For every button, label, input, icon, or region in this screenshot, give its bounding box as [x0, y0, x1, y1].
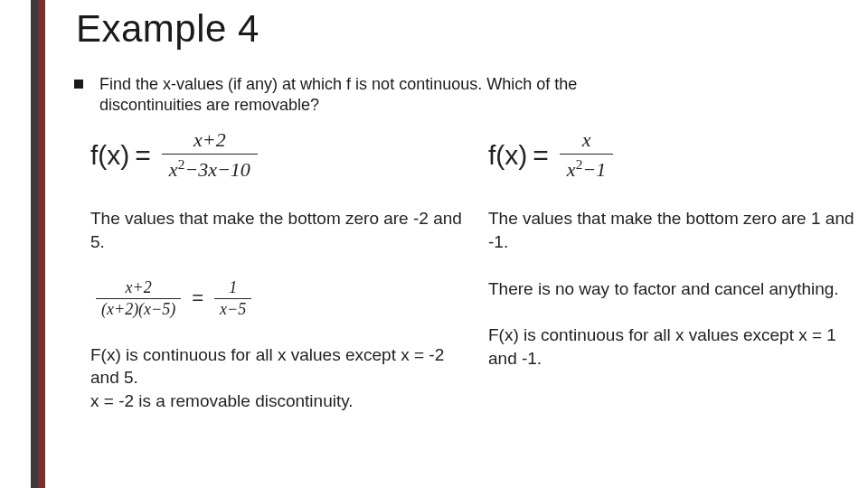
left-frac3-num: 1: [214, 277, 251, 299]
equals-sign: =: [192, 286, 203, 310]
left-concl-line1: F(x) is continuous for all x values exce…: [90, 343, 470, 389]
equals-sign: =: [533, 140, 549, 171]
left-concl-line2: x = -2 is a removable discontinuity.: [90, 389, 470, 413]
left-column: f(x) = x+2 x2−3x−10 The values that make…: [90, 127, 470, 436]
left-frac1-den: x2−3x−10: [162, 155, 258, 183]
right-frac1-den: x2−1: [560, 155, 613, 183]
right-zeros-text: The values that make the bottom zero are…: [488, 207, 868, 253]
den-rest: −3x−10: [184, 158, 250, 181]
fx-label: f(x): [488, 140, 527, 171]
left-frac3-den: x−5: [214, 299, 251, 320]
right-frac1-num: x: [560, 127, 613, 155]
bullet-row: Find the x-values (if any) at which f is…: [74, 74, 653, 117]
accent-stripe-dark: [31, 0, 38, 488]
right-conclusion: F(x) is continuous for all x values exce…: [488, 324, 868, 370]
left-conclusion: F(x) is continuous for all x values exce…: [90, 343, 470, 413]
right-function-def: f(x) = x x2−1: [488, 127, 868, 183]
slide-title: Example 4: [76, 7, 259, 51]
equals-sign: =: [135, 140, 151, 171]
den-var: x: [567, 158, 576, 181]
accent-stripe-red: [38, 0, 45, 488]
bullet-text: Find the x-values (if any) at which f is…: [99, 74, 653, 117]
slide: Example 4 Find the x-values (if any) at …: [0, 0, 868, 488]
fx-label: f(x): [90, 140, 129, 171]
right-nofactor: There is no way to factor and cancel any…: [488, 277, 868, 301]
left-frac2-den: (x+2)(x−5): [96, 299, 181, 320]
den-var: x: [169, 158, 178, 181]
right-column: f(x) = x x2−1 The values that make the b…: [488, 127, 868, 394]
left-zeros-text: The values that make the bottom zero are…: [90, 207, 470, 253]
left-frac1-num: x+2: [162, 127, 258, 155]
left-simplify: x+2 (x+2)(x−5) = 1 x−5: [90, 277, 470, 320]
den-rest: −1: [582, 158, 606, 181]
left-function-def: f(x) = x+2 x2−3x−10: [90, 127, 470, 183]
bullet-icon: [74, 80, 83, 89]
left-frac2-num: x+2: [96, 277, 181, 299]
